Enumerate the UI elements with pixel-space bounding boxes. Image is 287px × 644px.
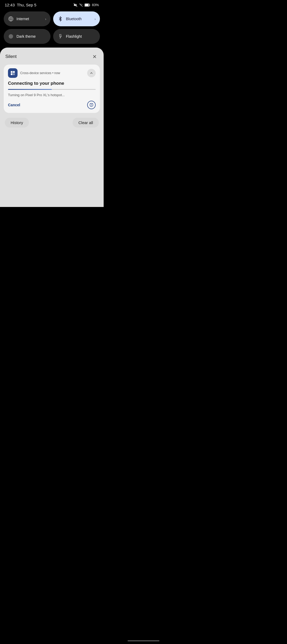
signal-icon bbox=[79, 3, 83, 7]
battery-percentage: 83% bbox=[92, 3, 99, 7]
globe-icon bbox=[8, 16, 14, 22]
notification-panel: Silent Cross-device services • now bbox=[0, 48, 104, 207]
svg-rect-14 bbox=[13, 73, 15, 75]
notification-card: Cross-device services • now Connecting t… bbox=[4, 65, 100, 113]
notif-title: Connecting to your phone bbox=[8, 80, 96, 86]
snooze-button[interactable]: z bbox=[87, 101, 96, 109]
flashlight-icon bbox=[57, 34, 63, 39]
tile-flashlight[interactable]: Flashlight bbox=[53, 29, 100, 44]
cancel-button[interactable]: Cancel bbox=[8, 102, 20, 108]
svg-rect-13 bbox=[11, 73, 13, 75]
clear-all-button[interactable]: Clear all bbox=[73, 118, 99, 128]
dark-theme-icon bbox=[8, 34, 14, 39]
quick-tiles-grid: Internet › Bluetooth › Dark theme Flashl… bbox=[0, 9, 104, 48]
svg-point-7 bbox=[9, 17, 10, 18]
progress-bar-fill bbox=[8, 89, 52, 90]
close-panel-button[interactable] bbox=[91, 53, 98, 60]
notif-header: Cross-device services • now bbox=[8, 68, 96, 78]
bluetooth-label: Bluetooth bbox=[66, 17, 92, 21]
internet-arrow: › bbox=[45, 17, 46, 21]
progress-bar bbox=[8, 89, 96, 90]
panel-title: Silent bbox=[5, 54, 17, 59]
status-time: 12:43 bbox=[5, 3, 15, 7]
expand-button[interactable] bbox=[87, 69, 96, 77]
status-icons: 83% bbox=[73, 3, 99, 7]
flashlight-label: Flashlight bbox=[66, 34, 96, 39]
tile-dark-theme[interactable]: Dark theme bbox=[4, 29, 50, 44]
action-buttons: History Clear all bbox=[4, 117, 100, 128]
notif-source: Cross-device services • now bbox=[20, 71, 85, 75]
status-date: Thu, Sep 5 bbox=[17, 3, 36, 7]
notif-actions: Cancel z bbox=[8, 101, 96, 109]
tile-internet[interactable]: Internet › bbox=[4, 11, 50, 26]
mute-icon bbox=[73, 3, 78, 7]
notif-subtitle: Turning on Pixel 9 Pro XL's hotspot... bbox=[8, 93, 96, 97]
history-button[interactable]: History bbox=[5, 118, 29, 128]
svg-rect-11 bbox=[11, 71, 13, 73]
svg-rect-4 bbox=[89, 4, 90, 6]
bluetooth-icon bbox=[57, 16, 63, 22]
notif-app-icon bbox=[8, 68, 18, 78]
panel-header: Silent bbox=[4, 52, 100, 65]
svg-rect-12 bbox=[13, 71, 15, 73]
battery-icon bbox=[85, 3, 90, 7]
bluetooth-arrow: › bbox=[95, 17, 96, 21]
dark-theme-label: Dark theme bbox=[16, 34, 46, 39]
status-bar: 12:43 Thu, Sep 5 83% bbox=[0, 0, 104, 9]
svg-rect-3 bbox=[85, 4, 88, 6]
tile-bluetooth[interactable]: Bluetooth › bbox=[53, 11, 100, 26]
svg-point-8 bbox=[9, 34, 13, 39]
internet-label: Internet bbox=[16, 17, 43, 21]
